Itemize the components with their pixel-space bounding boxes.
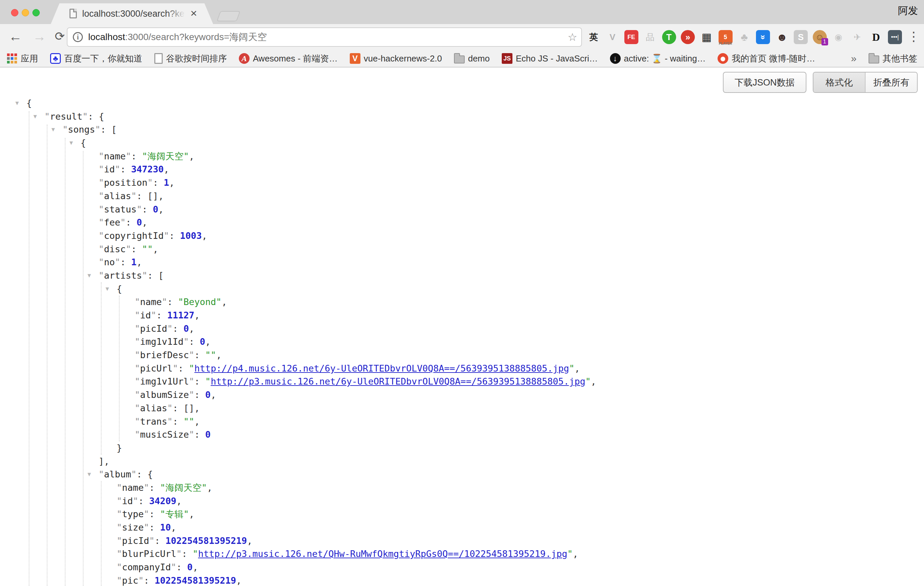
double-check-icon[interactable]: »: [756, 30, 770, 44]
indent-guide: [101, 481, 102, 586]
download-json-button[interactable]: 下载JSON数据: [723, 72, 807, 93]
s-icon[interactable]: S: [794, 30, 808, 44]
collapse-toggle-icon[interactable]: ▼: [87, 468, 91, 481]
bookmark-item[interactable]: 谷歌按时间排序: [154, 53, 227, 64]
new-tab-button[interactable]: [216, 11, 240, 21]
bookmark-item[interactable]: Echo JS - JavaScri…: [502, 53, 598, 64]
minimize-window-button[interactable]: [22, 9, 29, 17]
html5-player-icon[interactable]: 5PLAYER: [719, 30, 733, 44]
json-key: artists: [104, 270, 142, 281]
json-quote: ": [117, 548, 122, 559]
collapse-toggle-icon[interactable]: ▼: [106, 282, 109, 295]
json-link[interactable]: http://p3.music.126.net/QHw-RuMwfQkmgtiy…: [198, 548, 567, 559]
bookmark-item[interactable]: vue-hackernews-2.0: [350, 53, 442, 64]
bird-icon[interactable]: ✈: [850, 30, 864, 44]
json-punctuation: :: [142, 204, 153, 215]
monkey-icon[interactable]: ☺1: [813, 30, 827, 44]
qrcode-icon[interactable]: ▦: [700, 30, 714, 44]
tab-strip: localhost:3000/search?keywor × 阿发: [0, 0, 924, 24]
json-number: 0: [183, 324, 189, 334]
json-quote: ": [117, 536, 122, 546]
json-quote: ": [135, 324, 140, 334]
echojs-icon: [502, 53, 512, 64]
bookmark-item[interactable]: 应用: [7, 53, 38, 64]
indent-guide: [47, 125, 48, 586]
json-number: 102254581395219: [165, 536, 247, 546]
chrome-menu-icon[interactable]: ⋮: [907, 24, 920, 50]
collapse-toggle-icon[interactable]: ▼: [51, 123, 55, 136]
d-serif-icon[interactable]: D: [869, 30, 883, 44]
weibo-gray-icon[interactable]: ◉: [832, 30, 845, 44]
address-bar[interactable]: i localhost:3000/search?keywords=海阔天空 ☆: [67, 27, 582, 47]
tampermonkey-shield-icon[interactable]: T: [662, 30, 676, 44]
bookmark-item[interactable]: active: ⌛ - waiting…: [610, 53, 706, 64]
reload-icon[interactable]: ⟳: [55, 24, 65, 50]
json-quote: ": [135, 390, 140, 400]
html5-player-icon-glyph: 5: [724, 34, 727, 41]
browser-tab[interactable]: localhost:3000/search?keywor ×: [51, 3, 213, 24]
json-line: ▼"songs": [: [0, 123, 924, 136]
json-quote: ": [135, 350, 140, 360]
other-bookmarks-folder[interactable]: 其他书签: [868, 53, 917, 64]
json-line: ▼"result": {: [0, 110, 924, 123]
json-line: "picId": 102254581395219,: [0, 534, 924, 548]
json-quote: ": [99, 244, 104, 254]
paw-icon[interactable]: ♣: [737, 30, 751, 44]
back-icon[interactable]: ←: [9, 24, 22, 50]
site-info-icon[interactable]: i: [73, 32, 83, 42]
bookmarks-overflow-icon[interactable]: »: [851, 53, 856, 64]
awesomes-icon: [239, 53, 249, 64]
json-punctuation: ],: [99, 456, 110, 466]
collapse-toggle-icon[interactable]: ▼: [69, 136, 73, 150]
json-punctuation: ,: [142, 217, 147, 228]
json-punctuation: :: [144, 575, 155, 586]
collapse-all-button[interactable]: 折叠所有: [865, 73, 917, 92]
collapse-toggle-icon[interactable]: ▼: [87, 269, 91, 282]
weibo-icon: [718, 53, 728, 64]
format-button[interactable]: 格式化: [813, 73, 865, 92]
translate-icon[interactable]: 英: [587, 30, 601, 44]
json-punctuation: ,: [236, 575, 241, 586]
json-quote: ": [135, 363, 140, 373]
json-number: 347230: [131, 164, 164, 174]
bookmark-item[interactable]: Awesomes - 前端资…: [239, 53, 338, 64]
json-quote: ": [131, 191, 137, 201]
json-quote: ": [189, 376, 195, 386]
mask-icon[interactable]: ☻: [775, 30, 789, 44]
json-punctuation: ,: [189, 151, 195, 161]
onepassword-icon[interactable]: •••|: [888, 30, 902, 44]
tab-close-icon[interactable]: ×: [190, 3, 197, 24]
zoom-window-button[interactable]: [32, 9, 40, 17]
fe-icon[interactable]: FE: [624, 30, 639, 44]
json-quote: ": [135, 403, 140, 413]
json-punctuation: ,: [158, 204, 164, 215]
json-line: "type": "专辑",: [0, 507, 924, 521]
json-number: 0: [205, 390, 210, 400]
bookmark-item[interactable]: 百度一下，你就知道: [50, 53, 142, 64]
collapse-toggle-icon[interactable]: ▼: [33, 110, 37, 123]
json-link[interactable]: http://p4.music.126.net/6y-UleORITEDbvrO…: [195, 363, 569, 373]
profile-name[interactable]: 阿发: [898, 0, 918, 24]
json-link[interactable]: http://p3.music.126.net/6y-UleORITEDbvrO…: [211, 376, 586, 386]
fastforward-icon[interactable]: »: [681, 30, 695, 44]
json-quote: ": [171, 562, 177, 572]
bookmark-item[interactable]: demo: [454, 53, 490, 64]
double-check-icon-glyph: »: [758, 35, 768, 40]
bookmark-item[interactable]: 我的首页 微博-随时…: [718, 53, 815, 64]
json-quote: ": [99, 191, 104, 201]
indent-guide: [83, 151, 84, 586]
json-quote: ": [135, 310, 140, 320]
json-line: "picId": 0,: [0, 322, 924, 335]
json-string: "专辑": [160, 509, 189, 519]
collapse-toggle-icon[interactable]: ▼: [15, 97, 19, 110]
json-punctuation: ,: [205, 337, 210, 347]
json-punctuation: ,: [195, 310, 200, 320]
json-punctuation: {: [117, 284, 122, 294]
sitemap-icon[interactable]: 品: [643, 30, 657, 44]
vue-gray-icon[interactable]: V: [605, 30, 619, 44]
bookmark-label: Awesomes - 前端资…: [253, 53, 338, 64]
url-text[interactable]: localhost:3000/search?keywords=海阔天空: [88, 28, 267, 46]
bookmark-star-icon[interactable]: ☆: [568, 28, 577, 46]
close-window-button[interactable]: [11, 9, 18, 17]
page-favicon-icon: [69, 9, 77, 18]
